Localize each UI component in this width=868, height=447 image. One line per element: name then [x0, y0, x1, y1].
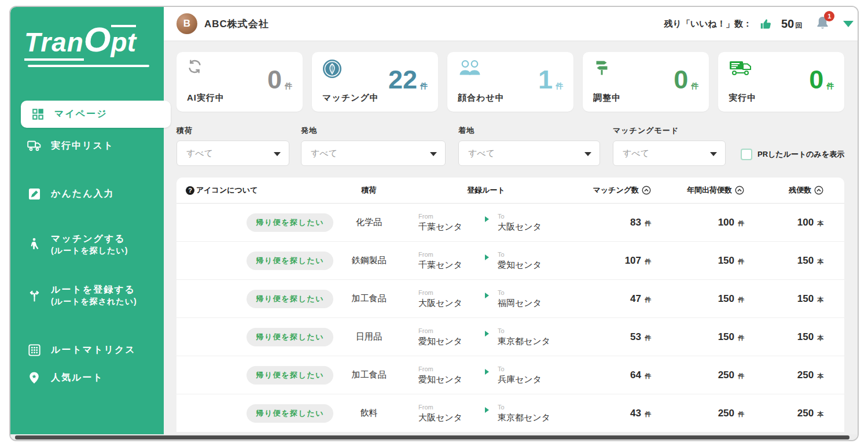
- notification-badge: 1: [824, 11, 834, 21]
- remaining-cell: 250 本: [758, 408, 844, 419]
- sidebar-item-matching[interactable]: マッチングする (ルートを探したい): [10, 232, 164, 256]
- return-trip-badge: 帰り便を探したい: [247, 252, 333, 270]
- sidebar-item-mypage[interactable]: マイページ: [21, 101, 171, 128]
- table-row[interactable]: 帰り便を探したい 鉄鋼製品 From 千葉センタ To 愛知センタ 107 件 …: [176, 242, 844, 280]
- remaining-cell: 150 本: [758, 255, 844, 267]
- from-name: 千葉センタ: [418, 259, 476, 271]
- destination-select[interactable]: すべて: [458, 141, 600, 166]
- from-label: From: [418, 250, 476, 259]
- return-trip-badge: 帰り便を探したい: [247, 213, 333, 232]
- filter-label: 積荷: [176, 125, 289, 136]
- sort-up-icon[interactable]: [735, 186, 744, 195]
- table-row[interactable]: 帰り便を探したい 化学品 From 千葉センタ To 大阪センタ 83 件 10…: [176, 204, 844, 242]
- column-annual-shipments: 年間出荷便数: [687, 185, 732, 195]
- likes-unit: 回: [795, 21, 802, 31]
- sidebar-item-popular-routes[interactable]: 人気ルート: [10, 371, 164, 385]
- cargo-cell: 鉄鋼製品: [336, 255, 402, 266]
- stat-label: 調整中: [593, 93, 621, 104]
- table-row[interactable]: 帰り便を探したい 日用品 From 愛知センタ To 東京都センタ 53 件 1…: [176, 318, 844, 356]
- remaining-cell: 100 本: [758, 217, 844, 228]
- table-row[interactable]: 帰り便を探したい 飲料 From 大阪センタ To 東京都センタ 43 件 25…: [176, 394, 844, 433]
- filter-label: 発地: [301, 125, 446, 136]
- sort-up-icon[interactable]: [642, 186, 651, 195]
- matching-count-cell: 64 件: [570, 370, 663, 381]
- route-to: To 大阪センタ: [498, 212, 556, 232]
- to-name: 東京都センタ: [498, 335, 556, 347]
- sidebar-item-label: 人気ルート: [51, 372, 104, 384]
- horizontal-scrollbar-thumb[interactable]: [15, 435, 849, 439]
- filter-cargo: 積荷 すべて: [176, 125, 289, 166]
- stat-card-running[interactable]: 実行中 0 件: [718, 52, 844, 112]
- cargo-cell: 飲料: [336, 408, 402, 419]
- table-body: 帰り便を探したい 化学品 From 千葉センタ To 大阪センタ 83 件 10…: [176, 204, 844, 433]
- chevron-down-icon: [710, 152, 717, 156]
- app-window: TranOpt マイページ 実行中リスト: [9, 6, 859, 441]
- route-cell: From 愛知センタ To 兵庫センタ: [402, 365, 570, 385]
- stat-card-matching[interactable]: マッチング中 22 件: [312, 52, 438, 112]
- stat-card-adjusting[interactable]: 調整中 0 件: [583, 52, 709, 112]
- dashboard-grid-icon: [30, 109, 45, 120]
- cargo-cell: 加工食品: [336, 370, 402, 380]
- origin-select[interactable]: すべて: [301, 141, 446, 166]
- stat-value: 0: [809, 67, 823, 93]
- pr-filter-group: PRしたルートのみを表示: [741, 149, 844, 160]
- pr-routes-label: PRしたルートのみを表示: [757, 149, 844, 160]
- edit-icon: [27, 188, 42, 200]
- from-label: From: [418, 403, 476, 412]
- main-area: B ABC株式会社 残り「いいね！」数： 50 回 1: [164, 7, 859, 435]
- sidebar-item-route-matrix[interactable]: ルートマトリクス: [10, 344, 164, 356]
- stat-unit: 件: [420, 81, 428, 91]
- likes-count-group: 50 回: [780, 17, 802, 31]
- cargo-cell: 加工食品: [336, 293, 402, 304]
- route-arrow-icon: [485, 331, 489, 337]
- sidebar: TranOpt マイページ 実行中リスト: [10, 7, 164, 435]
- sidebar-item-running-list[interactable]: 実行中リスト: [10, 139, 164, 152]
- sidebar-item-register-route[interactable]: ルートを登録する (ルートを探されたい): [10, 283, 164, 306]
- cargo-cell: 日用品: [336, 331, 402, 342]
- matching-count-cell: 43 件: [570, 408, 663, 419]
- route-from: From 千葉センタ: [418, 212, 476, 232]
- sidebar-item-label: ルートを登録する: [51, 283, 137, 296]
- table-row[interactable]: 帰り便を探したい 加工食品 From 愛知センタ To 兵庫センタ 64 件 2…: [176, 356, 844, 394]
- from-name: 愛知センタ: [418, 374, 476, 385]
- account-menu-toggle[interactable]: [843, 21, 854, 27]
- remaining-cell: 250 本: [758, 370, 844, 381]
- chevron-down-icon: [274, 152, 281, 156]
- stat-card-meeting[interactable]: 顔合わせ中 1 件: [447, 52, 573, 112]
- sidebar-item-label: ルートマトリクス: [51, 344, 136, 356]
- route-cell: From 千葉センタ To 大阪センタ: [402, 212, 570, 232]
- return-trip-badge: 帰り便を探したい: [247, 366, 333, 385]
- route-cell: From 愛知センタ To 東京都センタ: [402, 327, 570, 347]
- company-avatar[interactable]: B: [176, 13, 197, 34]
- to-label: To: [498, 212, 556, 221]
- table-row[interactable]: 帰り便を探したい 加工食品 From 大阪センタ To 福岡センタ 47 件 1…: [176, 280, 844, 318]
- stat-label: 実行中: [729, 93, 756, 104]
- return-trip-badge: 帰り便を探したい: [247, 290, 333, 308]
- stat-label: AI実行中: [187, 93, 225, 104]
- return-trip-badge: 帰り便を探したい: [247, 328, 333, 346]
- stat-card-ai-running[interactable]: AI実行中 0 件: [176, 52, 303, 112]
- person-walking-icon: [27, 237, 42, 251]
- table-header: ? アイコンについて 積荷 登録ルート マッチング数 年間出荷便数: [176, 178, 844, 204]
- horizontal-scrollbar[interactable]: [10, 434, 858, 440]
- pr-routes-checkbox[interactable]: [741, 149, 752, 160]
- annual-shipments-cell: 150 件: [663, 293, 758, 305]
- sidebar-item-sublabel: (ルートを探したい): [51, 245, 128, 256]
- notifications-button[interactable]: 1: [816, 16, 829, 32]
- stat-value: 0: [674, 67, 688, 93]
- thumbs-up-icon: [760, 18, 772, 30]
- filter-bar: 積荷 すべて 発地 すべて 着地: [176, 125, 844, 166]
- sidebar-item-easy-input[interactable]: かんたん入力: [10, 188, 164, 200]
- route-branch-icon: [27, 289, 42, 302]
- help-icon[interactable]: ?: [186, 186, 194, 195]
- to-name: 福岡センタ: [498, 297, 556, 309]
- sidebar-item-label: マイページ: [54, 108, 108, 120]
- to-label: To: [498, 327, 556, 335]
- sort-up-icon[interactable]: [814, 186, 823, 195]
- stat-label: 顔合わせ中: [458, 93, 505, 104]
- return-trip-badge: 帰り便を探したい: [247, 404, 333, 423]
- route-from: From 愛知センタ: [418, 327, 476, 347]
- annual-shipments-cell: 150 件: [663, 331, 758, 343]
- cargo-select[interactable]: すべて: [176, 141, 289, 166]
- matching-mode-select[interactable]: すべて: [613, 141, 726, 166]
